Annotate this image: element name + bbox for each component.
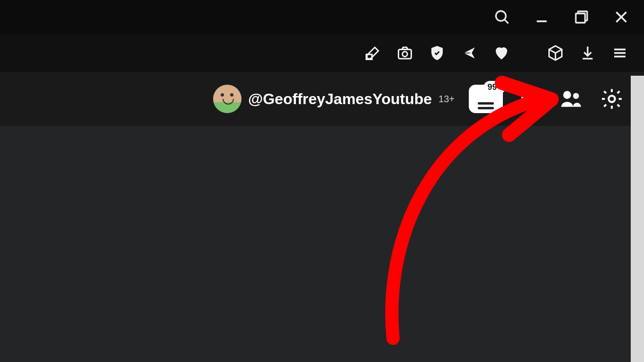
notifications-button[interactable]: 99+ — [469, 85, 503, 113]
friends-button[interactable] — [558, 86, 584, 112]
maximize-icon[interactable] — [572, 8, 591, 26]
cube-icon[interactable] — [546, 43, 565, 63]
robux-button[interactable] — [517, 86, 544, 112]
settings-button[interactable] — [599, 86, 625, 112]
app-header: @GeoffreyJamesYoutube 13+ 99+ — [0, 72, 644, 126]
secondary-toolbar — [0, 34, 644, 72]
svg-rect-14 — [528, 96, 533, 102]
svg-point-0 — [496, 11, 506, 21]
edit-icon[interactable] — [363, 43, 383, 63]
close-icon[interactable] — [612, 8, 631, 26]
svg-point-17 — [608, 96, 615, 102]
window-control-bar — [0, 0, 644, 34]
svg-point-16 — [573, 93, 579, 99]
menu-icon[interactable] — [610, 43, 630, 63]
avatar — [213, 85, 242, 113]
download-icon[interactable] — [578, 43, 598, 63]
svg-rect-4 — [576, 14, 585, 23]
heart-icon[interactable] — [492, 43, 511, 63]
svg-line-1 — [505, 20, 509, 24]
notification-count: 99+ — [483, 81, 506, 94]
camera-icon[interactable] — [395, 43, 415, 63]
minimize-icon[interactable] — [532, 8, 551, 26]
send-icon[interactable] — [459, 43, 479, 63]
svg-rect-8 — [399, 50, 411, 59]
username-label: @GeoffreyJamesYoutube — [248, 90, 432, 108]
search-icon[interactable] — [492, 8, 511, 26]
svg-point-9 — [402, 52, 408, 57]
right-scroll-panel[interactable] — [631, 76, 644, 362]
shield-icon[interactable] — [427, 43, 447, 63]
svg-point-15 — [563, 91, 571, 99]
age-badge: 13+ — [438, 94, 455, 105]
notification-bars-icon — [478, 102, 494, 109]
user-profile-block[interactable]: @GeoffreyJamesYoutube 13+ — [213, 85, 455, 113]
